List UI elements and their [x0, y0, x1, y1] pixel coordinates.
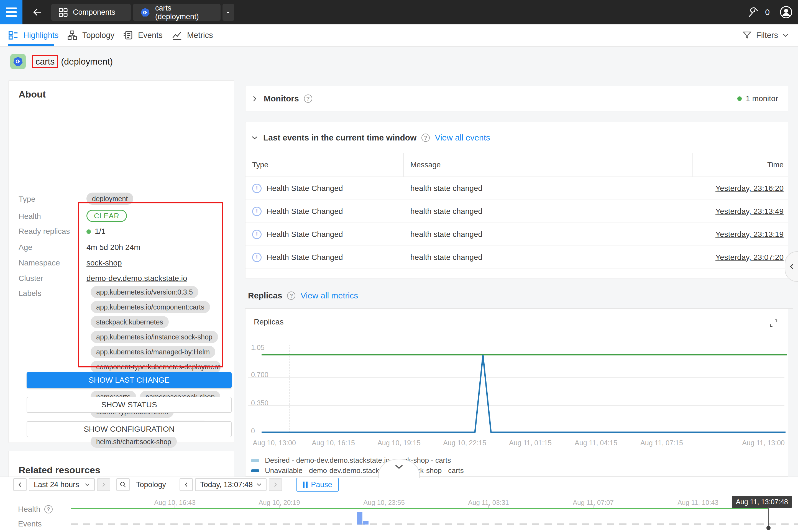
event-time-link[interactable]: Yesterday, 23:07:20: [716, 253, 784, 262]
tab-highlights[interactable]: Highlights: [8, 24, 58, 46]
x-tick-label: Aug 10, 16:15: [312, 439, 355, 447]
menu-button[interactable]: [0, 0, 22, 24]
show-configuration-button[interactable]: SHOW CONFIGURATION: [26, 421, 232, 437]
time-prev-button[interactable]: [179, 478, 193, 491]
pin-icon[interactable]: [747, 6, 759, 18]
annotation-red-box-title: carts: [32, 55, 58, 68]
tab-events[interactable]: Events: [123, 24, 163, 46]
avatar[interactable]: [780, 6, 793, 19]
replicas-plot: [262, 354, 787, 434]
view-all-metrics-link[interactable]: View all metrics: [300, 291, 358, 300]
events-title: Last events in the current time window: [263, 133, 416, 142]
column-header-message: Message: [404, 153, 693, 176]
tab-topology[interactable]: Topology: [67, 24, 114, 46]
events-table-header: Type Message Time: [246, 153, 788, 177]
time-range-select[interactable]: Last 24 hours: [29, 478, 95, 491]
current-time-marker-line[interactable]: [768, 507, 769, 527]
legend-label: Desired - demo-dev.demo.stackstate.io - …: [265, 456, 451, 465]
health-row-label: Health ?: [18, 505, 53, 514]
replicas-chart-card: Replicas 1.05 0.700 0.350 0 Aug 10, 13:0…: [245, 309, 788, 477]
tab-components[interactable]: Components: [51, 4, 131, 21]
label-chip: app.kubernetes.io/version:0.3.5: [91, 286, 198, 298]
svg-text:⟳: ⟳: [143, 10, 148, 16]
events-timeline-line[interactable]: [71, 524, 798, 525]
page-title-suffix: (deployment): [61, 57, 113, 67]
view-all-events-link[interactable]: View all events: [435, 133, 490, 142]
help-icon[interactable]: ?: [421, 134, 430, 142]
pause-button[interactable]: Pause: [297, 478, 339, 492]
column-header-time: Time: [693, 153, 788, 176]
legend-item-unavailable[interactable]: Unavailable - demo-dev.demo.stackstate.i…: [251, 466, 464, 475]
unavailable-line: [262, 355, 785, 432]
show-status-button[interactable]: SHOW STATUS: [26, 397, 232, 413]
chevron-down-icon[interactable]: [251, 134, 258, 141]
pause-label: Pause: [311, 480, 332, 489]
legend-swatch: [251, 459, 259, 462]
window-start-marker: [103, 502, 103, 529]
help-icon[interactable]: ?: [287, 291, 296, 300]
event-type: Health State Changed: [267, 230, 343, 239]
tab-metrics-label: Metrics: [187, 31, 213, 40]
table-row: !Health State Changed health state chang…: [246, 223, 788, 246]
namespace-link[interactable]: sock-shop: [87, 259, 122, 267]
x-tick-label: Aug 11, 13:00: [742, 439, 785, 447]
y-tick-label: 1.05: [251, 344, 276, 352]
health-timeline-line[interactable]: [71, 508, 769, 509]
x-tick-label: Aug 10, 13:00: [253, 439, 296, 447]
current-time-marker-dot[interactable]: [766, 526, 771, 530]
current-time-select[interactable]: Today, 13:07:48: [195, 478, 267, 491]
page-title: ⟳ carts (deployment): [10, 53, 113, 70]
age-label: Age: [19, 243, 33, 252]
event-count-bar[interactable]: [357, 512, 362, 525]
time-next-button[interactable]: [269, 478, 282, 491]
namespace-label: Namespace: [19, 259, 60, 267]
label-chip: helm.sh/chart:sock-shop: [91, 436, 177, 448]
events-header: Last events in the current time window ?…: [251, 122, 490, 153]
related-resources-title: Related resources: [19, 465, 100, 475]
show-last-change-button[interactable]: SHOW LAST CHANGE: [26, 372, 232, 388]
x-tick-label: Aug 11, 04:15: [575, 439, 618, 447]
gridline: [248, 350, 784, 350]
event-message: health state changed: [404, 184, 693, 193]
expand-chart-icon[interactable]: [768, 318, 780, 329]
event-time-link[interactable]: Yesterday, 23:13:49: [716, 207, 784, 215]
event-time-link[interactable]: Yesterday, 23:13:19: [716, 230, 784, 239]
info-icon: !: [252, 253, 262, 262]
table-row: !Health State Changed health state chang…: [246, 177, 788, 200]
events-list-icon: [123, 30, 133, 40]
legend-item-desired[interactable]: Desired - demo-dev.demo.stackstate.io - …: [251, 456, 451, 465]
tab-highlights-label: Highlights: [23, 31, 58, 40]
tab-entity[interactable]: ⟳ carts (deployment): [133, 4, 221, 21]
entity-health-icon: ⟳: [10, 54, 26, 69]
zoom-out-button[interactable]: [116, 478, 130, 491]
event-message: health state changed: [404, 253, 693, 262]
nav-divider: [0, 46, 798, 46]
event-time-link[interactable]: Yesterday, 23:16:20: [716, 184, 784, 193]
cluster-link[interactable]: demo-dev.demo.stackstate.io: [87, 274, 187, 283]
tab-components-label: Components: [73, 8, 115, 17]
monitors-count: 1 monitor: [737, 94, 778, 103]
event-count-bar[interactable]: [363, 521, 368, 525]
cluster-label: Cluster: [19, 274, 43, 283]
time-range-prev-button[interactable]: [13, 478, 26, 491]
timeline-panel: Last 24 hours Topology Today, 13:07:48 P…: [0, 477, 798, 532]
filters-button[interactable]: Filters: [742, 24, 788, 46]
chart-title: Replicas: [254, 318, 283, 326]
chevron-left-icon: [788, 263, 795, 270]
monitors-card[interactable]: Monitors ? 1 monitor: [245, 86, 788, 111]
help-icon[interactable]: ?: [304, 94, 312, 103]
event-type: Health State Changed: [267, 184, 343, 193]
tab-dropdown-button[interactable]: [223, 4, 234, 21]
time-range-next-button[interactable]: [97, 478, 110, 491]
tab-metrics[interactable]: Metrics: [172, 24, 213, 46]
chevron-right-icon[interactable]: [251, 95, 258, 102]
about-card: About Type deployment Health CLEAR Ready…: [8, 80, 234, 443]
back-button[interactable]: [31, 6, 43, 18]
current-time-badge: Aug 11, 13:07:48: [732, 496, 792, 508]
highlights-icon: [8, 30, 18, 40]
metrics-icon: [172, 30, 182, 40]
ready-dot-icon: [87, 229, 91, 234]
tab-entity-label: carts (deployment): [155, 4, 213, 21]
x-tick-label: Aug 10, 22:15: [443, 439, 486, 447]
help-icon[interactable]: ?: [44, 505, 53, 513]
